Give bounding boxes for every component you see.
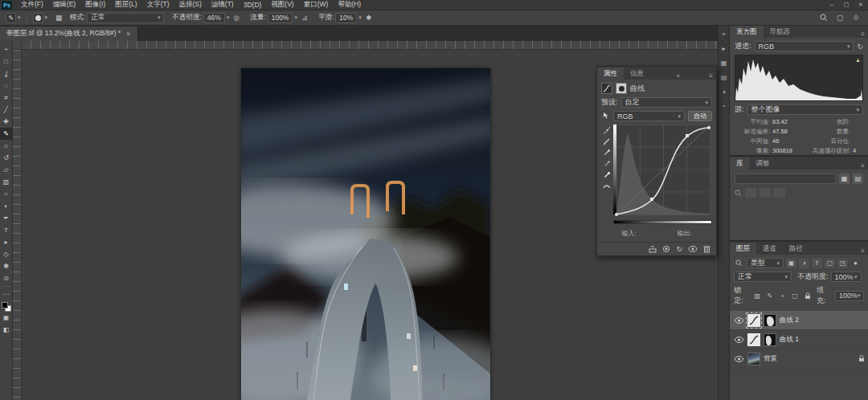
vertical-ruler[interactable] (13, 41, 22, 400)
healing-brush-tool[interactable]: ✚ (0, 116, 13, 128)
lock-transparency-icon[interactable]: ▨ (752, 291, 763, 300)
curves-adjustment-thumbnail[interactable] (747, 314, 760, 327)
library-item-thumb[interactable] (774, 188, 785, 198)
lock-artboard-icon[interactable]: ▢ (790, 291, 800, 300)
move-tool[interactable]: + (0, 43, 13, 55)
blend-mode-select[interactable]: 正常 ▾ (87, 13, 164, 23)
chevron-down-icon[interactable]: ▾ (227, 14, 230, 21)
type-tool[interactable]: T (0, 224, 13, 236)
filter-type-layers-icon[interactable]: T (812, 259, 822, 268)
workspace-switcher-icon[interactable]: ▢ (834, 13, 845, 23)
shape-tool[interactable]: ◇ (0, 248, 13, 260)
tab-navigator[interactable]: 导航器 (764, 26, 797, 38)
curve-point[interactable] (650, 198, 653, 201)
curves-adjustment-thumbnail[interactable] (747, 333, 760, 346)
filter-adjustment-layers-icon[interactable]: ◑ (799, 259, 809, 268)
filter-smart-objects-icon[interactable]: ◳ (837, 259, 848, 268)
blur-tool[interactable]: ○ (0, 188, 13, 200)
panel-menu-icon[interactable]: ≡ (706, 72, 716, 80)
toggle-visibility-eye-icon[interactable] (688, 246, 698, 252)
layer-blend-mode-select[interactable]: 正常 ▾ (734, 271, 792, 282)
library-item-thumb[interactable] (745, 188, 756, 198)
layer-filter-select[interactable]: 类型 ▾ (747, 258, 784, 268)
toggle-brush-panel-icon[interactable]: ▦ (53, 13, 64, 23)
layer-visibility-eye-icon[interactable] (733, 317, 744, 324)
hand-tool[interactable]: ✽ (0, 260, 13, 272)
gradient-tool[interactable]: ▥ (0, 176, 13, 188)
view-previous-state-icon[interactable] (662, 245, 670, 253)
adjustments-panel-icon[interactable]: ◔ (719, 103, 729, 110)
flow-input[interactable]: 100% (268, 13, 293, 23)
background-layer-thumbnail[interactable] (747, 353, 760, 365)
menu-filter[interactable]: 滤镜(T) (207, 0, 238, 10)
curves-grid[interactable] (613, 124, 712, 224)
reset-adjustment-icon[interactable]: ↻ (676, 245, 682, 253)
smoothing-input[interactable]: 10% (335, 13, 357, 23)
tab-channels[interactable]: 通道 (756, 243, 783, 255)
airbrush-icon[interactable]: ⊿ (299, 13, 310, 23)
layer-mask-thumbnail[interactable] (764, 333, 776, 346)
horizontal-ruler[interactable] (22, 41, 718, 50)
chevron-down-icon[interactable]: ▾ (358, 14, 362, 21)
opacity-input[interactable]: 46% (203, 13, 225, 23)
quick-select-tool[interactable]: ◌ (0, 80, 13, 92)
menu-edit[interactable]: 编辑(E) (49, 0, 80, 10)
pressure-opacity-icon[interactable]: ◎ (231, 13, 242, 23)
clip-to-layer-icon[interactable] (649, 245, 657, 253)
crop-tool[interactable]: # (0, 92, 13, 104)
lock-pixels-icon[interactable]: ✎ (765, 291, 776, 300)
zoom-tool[interactable]: ⊙ (0, 272, 13, 284)
pen-tool[interactable]: ✒ (0, 212, 13, 224)
menu-layer[interactable]: 图层(L) (111, 0, 141, 10)
targeted-adjustment-icon[interactable] (601, 112, 610, 120)
filter-toggle-icon[interactable]: ● (850, 259, 861, 268)
restore-button[interactable]: ▢ (839, 0, 854, 10)
library-search-input[interactable] (735, 173, 836, 184)
menu-view[interactable]: 视图(V) (267, 0, 297, 10)
menu-window[interactable]: 窗口(W) (300, 0, 333, 10)
close-button[interactable]: ✕ (854, 0, 868, 10)
lock-position-icon[interactable]: + (777, 291, 788, 300)
close-icon[interactable]: ✕ (125, 31, 131, 38)
tab-histogram[interactable]: 直方图 (730, 26, 764, 38)
panel-menu-icon[interactable]: ≡ (858, 247, 868, 255)
filter-shape-layers-icon[interactable]: ▢ (825, 259, 835, 268)
menu-help[interactable]: 帮助(H) (334, 0, 365, 10)
menu-3d[interactable]: 3D(D) (240, 1, 266, 9)
tab-info[interactable]: 信息 (624, 67, 650, 80)
layer-row-background[interactable]: 背景 (730, 349, 868, 369)
delete-adjustment-trash-icon[interactable] (703, 245, 710, 253)
minimize-button[interactable]: ─ (825, 0, 839, 10)
layer-opacity-input[interactable]: 100% ▾ (831, 271, 862, 282)
lasso-tool[interactable]: ʆ (0, 67, 13, 80)
chevron-down-icon[interactable]: ▾ (45, 14, 48, 21)
marquee-tool[interactable]: □ (0, 55, 13, 67)
brush-tool-icon[interactable]: ✎ (6, 13, 16, 23)
collapsed-panel-icon[interactable]: ▸ (719, 45, 729, 52)
tab-libraries[interactable]: 库 (730, 157, 750, 169)
foreground-color-swatch[interactable] (2, 302, 8, 308)
lock-all-icon[interactable] (802, 291, 813, 300)
eraser-tool[interactable]: ▱ (0, 164, 13, 176)
layer-fill-input[interactable]: 100% ▾ (835, 291, 864, 301)
swatches-panel-icon[interactable]: ▤ (719, 74, 729, 81)
document-tab[interactable]: 带图层.tif @ 13.2%(曲线 2, RGB/8#) * ✕ (0, 27, 138, 41)
menu-file[interactable]: 文件(F) (17, 0, 47, 10)
menu-type[interactable]: 文字(T) (143, 0, 174, 10)
color-panel-icon[interactable]: ▦ (719, 59, 729, 67)
edit-points-icon[interactable] (603, 126, 611, 134)
layer-visibility-eye-icon[interactable] (733, 356, 744, 362)
refresh-histogram-icon[interactable]: ↻ (857, 43, 863, 51)
library-item-thumb[interactable] (760, 188, 771, 198)
path-select-tool[interactable]: ▸ (0, 236, 13, 248)
layer-row-curves-2[interactable]: 曲线 2 (730, 311, 868, 330)
list-view-icon[interactable]: ▤ (853, 173, 863, 184)
history-brush-tool[interactable]: ↺ (0, 152, 13, 164)
brush-preset-picker[interactable] (33, 13, 43, 23)
info-panel-icon[interactable]: ◑ (719, 88, 729, 96)
layer-visibility-eye-icon[interactable] (733, 337, 744, 343)
chevron-down-icon[interactable]: ▾ (294, 14, 297, 21)
share-icon[interactable]: ⟐ (850, 13, 862, 23)
smoothing-gear-icon[interactable]: ✱ (363, 13, 375, 23)
tab-properties[interactable]: 属性 (597, 67, 624, 80)
